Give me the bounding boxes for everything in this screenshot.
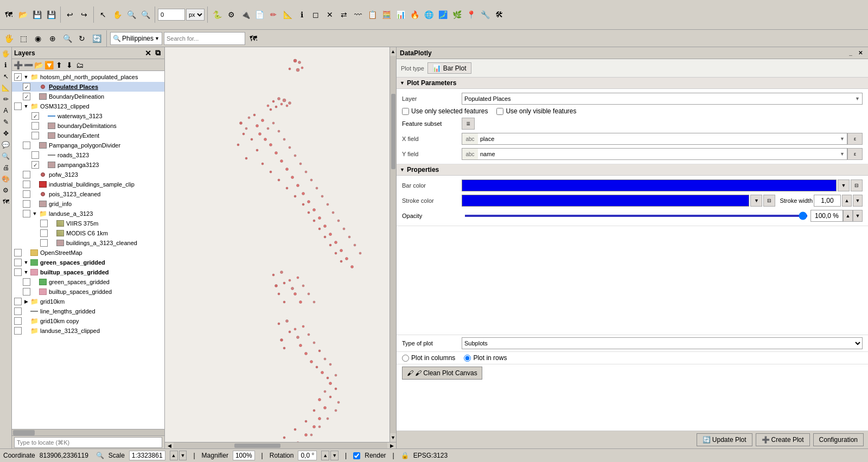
- bar-color-dropdown-btn[interactable]: ▼: [838, 179, 850, 191]
- plugin2-btn[interactable]: 🛠: [493, 8, 506, 21]
- layer-bdelim-check[interactable]: [31, 122, 39, 130]
- use-selected-checkbox[interactable]: Use only selected features: [402, 107, 488, 115]
- identify-left-btn[interactable]: ℹ: [1, 60, 11, 70]
- layer-pp-check[interactable]: [23, 83, 30, 91]
- digitize-btn[interactable]: ✏: [267, 8, 280, 21]
- expand-g10[interactable]: ▶: [23, 298, 29, 305]
- layer-boundary-delim[interactable]: ▶ boundaryDelimitations: [12, 121, 164, 131]
- layer-osm2-check[interactable]: [14, 249, 22, 256]
- pan-map-btn[interactable]: 🖐: [2, 32, 15, 45]
- y-field-select[interactable]: name ▼: [478, 148, 847, 160]
- layer-l3123-check[interactable]: [14, 327, 22, 335]
- stroke-color-dropdown-btn[interactable]: ▼: [750, 195, 762, 207]
- open-project-btn[interactable]: 📂: [16, 8, 29, 21]
- opacity-up-btn[interactable]: ▲: [843, 210, 853, 222]
- select-left-btn[interactable]: ↖: [1, 71, 11, 82]
- zoom-left-btn[interactable]: 🔍: [1, 151, 11, 162]
- zoom-extent-btn[interactable]: ⬚: [17, 32, 30, 45]
- layers-move-down-btn[interactable]: ⬇: [65, 60, 74, 70]
- panel-minimize-btn[interactable]: _: [846, 49, 855, 57]
- layer-ww-check[interactable]: [31, 112, 39, 120]
- spatial-left-btn[interactable]: 🗺: [1, 196, 11, 207]
- redo-btn[interactable]: ↪: [78, 8, 91, 21]
- digitize-left-btn[interactable]: ✎: [1, 117, 11, 127]
- stroke-color-expr-btn[interactable]: ⊟: [763, 195, 775, 207]
- stroke-width-up-btn[interactable]: ▲: [842, 195, 852, 207]
- layer-gsg-check[interactable]: [14, 259, 22, 266]
- select-btn[interactable]: ↖: [97, 8, 110, 21]
- map-hscroll[interactable]: ◀ ▶: [165, 442, 396, 448]
- label-left-btn[interactable]: A: [1, 105, 11, 116]
- layer-pois-check[interactable]: [23, 190, 30, 198]
- plot-in-columns-radio[interactable]: Plot in columns: [402, 354, 455, 362]
- crs-value[interactable]: EPSG:3123: [413, 452, 448, 459]
- layers-remove-btn[interactable]: ➖: [23, 60, 33, 70]
- x-field-expr-btn[interactable]: ε: [847, 133, 863, 145]
- use-visible-checkbox[interactable]: Use only visible features: [496, 107, 576, 115]
- undo-btn[interactable]: ↩: [63, 8, 76, 21]
- process-left-btn[interactable]: ⚙: [1, 185, 11, 196]
- zoom-prev-btn[interactable]: 🔍: [61, 32, 74, 45]
- layer-viirs[interactable]: ▶ VIIRS 375m: [12, 219, 164, 228]
- layer-p3123-check[interactable]: [31, 161, 39, 169]
- scroll-right-btn[interactable]: ▶: [387, 442, 396, 449]
- stroke-width-down-btn[interactable]: ▼: [853, 195, 863, 207]
- new-project-btn[interactable]: 🗺: [2, 8, 15, 21]
- layer-landuse-3123[interactable]: ▶ 📁 landuse_3123_clipped: [12, 326, 164, 336]
- move-left-btn[interactable]: ✥: [1, 128, 11, 139]
- map-area[interactable]: ◀ ▶ ▲ ▼: [165, 47, 396, 448]
- python-btn[interactable]: 🐍: [210, 8, 224, 21]
- save-as-btn[interactable]: 💾: [44, 8, 58, 21]
- layer-select-input[interactable]: Populated Places: [464, 95, 854, 102]
- layers-close-btn[interactable]: ✕: [144, 49, 152, 57]
- zoom-in-btn[interactable]: 🔍: [125, 8, 138, 21]
- update-plot-btn[interactable]: 🔄 Update Plot: [697, 433, 752, 446]
- stroke-color-swatch[interactable]: [462, 195, 749, 207]
- layers-detach-btn[interactable]: ⧉: [154, 49, 162, 57]
- layer-g10-check[interactable]: [14, 298, 22, 305]
- expand-gsg[interactable]: ▼: [23, 259, 29, 266]
- identify-btn[interactable]: ℹ: [295, 8, 308, 21]
- scroll-down-btn[interactable]: ▼: [390, 433, 397, 442]
- style-left-btn[interactable]: 🎨: [1, 174, 11, 184]
- plot-parameters-header[interactable]: ▼ Plot Parameters: [397, 78, 868, 89]
- layer-pampanga3123[interactable]: ▶ pampanga3123: [12, 160, 164, 170]
- layer-line-lengths[interactable]: ▶ line_lengths_gridded: [12, 306, 164, 316]
- layer-pdiv-check[interactable]: [23, 142, 30, 149]
- wms-btn[interactable]: 🗾: [436, 8, 449, 21]
- layer-pofw-check[interactable]: [23, 171, 30, 178]
- unit-select[interactable]: px: [186, 9, 205, 21]
- layer-pampanga-div[interactable]: ▶ Pampanga_polygonDivider: [12, 140, 164, 150]
- layer-green-spaces-group[interactable]: ▼ green_spaces_gridded: [12, 258, 164, 267]
- bar-color-expr-btn[interactable]: ⊟: [851, 179, 863, 191]
- zoom-out-btn[interactable]: 🔍: [139, 8, 152, 21]
- layer-osm3123[interactable]: ▼ 📁 OSM3123_clipped: [12, 101, 164, 111]
- crs-selector[interactable]: 🔍 Philippines ▼: [110, 32, 162, 45]
- bar-color-swatch[interactable]: [462, 179, 837, 191]
- layer-grid10km[interactable]: ▶ 📁 grid10km: [12, 297, 164, 306]
- layers-add-btn[interactable]: ➕: [13, 60, 23, 70]
- layer-g10c-check[interactable]: [14, 317, 22, 325]
- coordinate-input[interactable]: [158, 9, 185, 21]
- pan-btn[interactable]: ✋: [111, 8, 124, 21]
- search-confirm-btn[interactable]: 🗺: [247, 32, 260, 45]
- layer-bsc-check[interactable]: [23, 288, 30, 296]
- deselect-btn[interactable]: ✕: [323, 8, 336, 21]
- layer-osm-check[interactable]: [14, 102, 22, 110]
- use-visible-input[interactable]: [496, 108, 503, 115]
- plugin1-btn[interactable]: 🔧: [478, 8, 492, 21]
- expand-osm[interactable]: ▼: [23, 103, 29, 110]
- layer-boundary-extent[interactable]: ▶ boundaryExtent: [12, 131, 164, 140]
- field-calc-btn[interactable]: 🧮: [380, 8, 393, 21]
- y-field-select-input[interactable]: name: [480, 151, 839, 157]
- annotation-left-btn[interactable]: 💬: [1, 139, 11, 150]
- rotation-value[interactable]: 0,0 °: [298, 451, 317, 460]
- layer-waterways[interactable]: ▶ waterways_3123: [12, 111, 164, 121]
- refresh-btn[interactable]: 🔄: [90, 32, 103, 45]
- search-box[interactable]: [164, 32, 245, 45]
- layer-select[interactable]: Populated Places ▼: [462, 93, 863, 105]
- scroll-left-btn[interactable]: ◀: [165, 442, 174, 449]
- layer-green-spaces-child[interactable]: ▶ green_spaces_gridded: [12, 277, 164, 287]
- layer-bd-check[interactable]: [23, 93, 30, 100]
- open-table-btn[interactable]: 📋: [366, 8, 379, 21]
